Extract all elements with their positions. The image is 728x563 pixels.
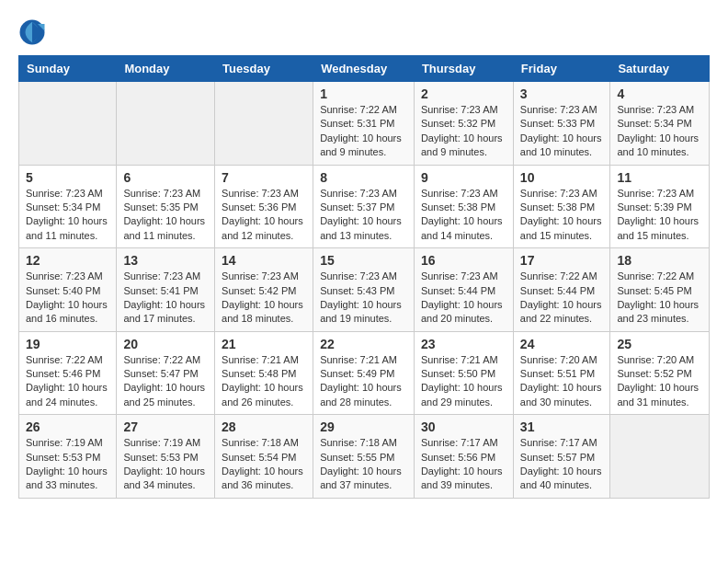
- day-info: Sunset: 5:55 PM: [320, 451, 407, 465]
- day-info: Daylight: 10 hours: [617, 381, 702, 395]
- day-info: and 12 minutes.: [222, 229, 306, 243]
- day-info: Sunrise: 7:21 AM: [421, 353, 506, 367]
- day-number: 11: [617, 170, 702, 185]
- day-info: and 28 minutes.: [320, 396, 407, 409]
- calendar-cell: 18Sunrise: 7:22 AMSunset: 5:45 PMDayligh…: [610, 248, 710, 332]
- calendar-cell: 8Sunrise: 7:23 AMSunset: 5:37 PMDaylight…: [313, 165, 415, 248]
- day-info: Sunrise: 7:17 AM: [421, 436, 506, 450]
- day-info: Sunset: 5:38 PM: [520, 201, 604, 214]
- day-number: 24: [520, 337, 604, 351]
- day-number: 29: [320, 419, 407, 434]
- day-info: and 10 minutes.: [617, 145, 702, 159]
- calendar-cell: 4Sunrise: 7:23 AMSunset: 5:34 PMDaylight…: [610, 82, 710, 166]
- day-info: Daylight: 10 hours: [320, 381, 407, 395]
- day-info: Daylight: 10 hours: [26, 465, 109, 478]
- day-info: Sunset: 5:44 PM: [520, 284, 604, 298]
- calendar-cell: 1Sunrise: 7:22 AMSunset: 5:31 PMDaylight…: [313, 82, 415, 166]
- calendar-cell: 3Sunrise: 7:23 AMSunset: 5:33 PMDaylight…: [513, 82, 610, 166]
- day-info: Sunset: 5:46 PM: [26, 367, 109, 381]
- day-info: Sunrise: 7:23 AM: [26, 187, 109, 201]
- day-number: 25: [617, 337, 702, 351]
- day-info: Sunset: 5:47 PM: [123, 367, 208, 381]
- calendar-week-5: 26Sunrise: 7:19 AMSunset: 5:53 PMDayligh…: [19, 415, 710, 499]
- day-number: 14: [222, 253, 306, 268]
- day-info: and 22 minutes.: [520, 312, 604, 326]
- day-number: 20: [123, 337, 208, 351]
- day-info: and 23 minutes.: [617, 312, 702, 326]
- day-info: Sunrise: 7:23 AM: [320, 270, 407, 283]
- day-number: 9: [421, 170, 506, 185]
- calendar-cell: [19, 82, 117, 166]
- day-info: Daylight: 10 hours: [320, 298, 407, 312]
- day-info: Sunset: 5:41 PM: [123, 284, 208, 298]
- day-info: Sunrise: 7:23 AM: [123, 187, 208, 201]
- calendar-body: 1Sunrise: 7:22 AMSunset: 5:31 PMDaylight…: [19, 82, 710, 499]
- day-number: 8: [320, 170, 407, 185]
- calendar-cell: 22Sunrise: 7:21 AMSunset: 5:49 PMDayligh…: [313, 331, 415, 415]
- day-info: Sunset: 5:39 PM: [617, 201, 702, 214]
- day-info: Sunset: 5:40 PM: [26, 284, 109, 298]
- calendar-week-3: 12Sunrise: 7:23 AMSunset: 5:40 PMDayligh…: [19, 248, 710, 332]
- day-info: Sunset: 5:53 PM: [123, 451, 208, 465]
- calendar-cell: 10Sunrise: 7:23 AMSunset: 5:38 PMDayligh…: [513, 165, 610, 248]
- day-info: and 31 minutes.: [617, 396, 702, 409]
- calendar-header-thursday: Thursday: [414, 56, 513, 82]
- day-info: Sunset: 5:52 PM: [617, 367, 702, 381]
- day-info: and 16 minutes.: [26, 312, 109, 326]
- calendar-cell: 11Sunrise: 7:23 AMSunset: 5:39 PMDayligh…: [610, 165, 710, 248]
- calendar-cell: 19Sunrise: 7:22 AMSunset: 5:46 PMDayligh…: [19, 331, 117, 415]
- day-info: Sunrise: 7:23 AM: [421, 187, 506, 201]
- day-info: and 40 minutes.: [520, 478, 604, 492]
- day-number: 21: [222, 337, 306, 351]
- calendar-cell: [610, 415, 710, 499]
- day-number: 27: [123, 419, 208, 434]
- day-info: Sunset: 5:45 PM: [617, 284, 702, 298]
- calendar-cell: 7Sunrise: 7:23 AMSunset: 5:36 PMDaylight…: [215, 165, 313, 248]
- day-info: Sunrise: 7:23 AM: [617, 103, 702, 117]
- day-info: and 39 minutes.: [421, 478, 506, 492]
- day-info: Sunrise: 7:18 AM: [222, 436, 306, 450]
- day-info: and 18 minutes.: [222, 312, 306, 326]
- day-number: 30: [421, 419, 506, 434]
- day-info: Sunrise: 7:22 AM: [520, 270, 604, 283]
- day-info: and 29 minutes.: [421, 396, 506, 409]
- calendar-cell: [215, 82, 313, 166]
- calendar-week-4: 19Sunrise: 7:22 AMSunset: 5:46 PMDayligh…: [19, 331, 710, 415]
- day-info: Daylight: 10 hours: [617, 132, 702, 145]
- day-number: 31: [520, 419, 604, 434]
- day-info: Sunset: 5:31 PM: [320, 117, 407, 131]
- day-info: Sunrise: 7:20 AM: [520, 353, 604, 367]
- calendar-cell: 20Sunrise: 7:22 AMSunset: 5:47 PMDayligh…: [117, 331, 215, 415]
- day-number: 17: [520, 253, 604, 268]
- calendar-cell: 12Sunrise: 7:23 AMSunset: 5:40 PMDayligh…: [19, 248, 117, 332]
- day-info: and 19 minutes.: [320, 312, 407, 326]
- day-info: and 9 minutes.: [320, 145, 407, 159]
- day-info: and 25 minutes.: [123, 396, 208, 409]
- calendar-cell: 2Sunrise: 7:23 AMSunset: 5:32 PMDaylight…: [414, 82, 513, 166]
- calendar-cell: 14Sunrise: 7:23 AMSunset: 5:42 PMDayligh…: [215, 248, 313, 332]
- day-number: 2: [421, 86, 506, 101]
- day-info: Daylight: 10 hours: [421, 381, 506, 395]
- day-number: 12: [26, 253, 109, 268]
- calendar-cell: 27Sunrise: 7:19 AMSunset: 5:53 PMDayligh…: [117, 415, 215, 499]
- day-number: 23: [421, 337, 506, 351]
- calendar-cell: 9Sunrise: 7:23 AMSunset: 5:38 PMDaylight…: [414, 165, 513, 248]
- calendar-cell: 5Sunrise: 7:23 AMSunset: 5:34 PMDaylight…: [19, 165, 117, 248]
- day-info: and 11 minutes.: [123, 229, 208, 243]
- day-info: Sunset: 5:57 PM: [520, 451, 604, 465]
- day-info: and 15 minutes.: [520, 229, 604, 243]
- day-info: Daylight: 10 hours: [421, 298, 506, 312]
- day-info: Daylight: 10 hours: [421, 132, 506, 145]
- day-info: Daylight: 10 hours: [421, 214, 506, 228]
- day-info: and 26 minutes.: [222, 396, 306, 409]
- day-info: Daylight: 10 hours: [520, 465, 604, 478]
- day-number: 13: [123, 253, 208, 268]
- calendar-cell: 13Sunrise: 7:23 AMSunset: 5:41 PMDayligh…: [117, 248, 215, 332]
- day-info: Sunrise: 7:23 AM: [123, 270, 208, 283]
- day-info: Sunrise: 7:23 AM: [320, 187, 407, 201]
- calendar-cell: 15Sunrise: 7:23 AMSunset: 5:43 PMDayligh…: [313, 248, 415, 332]
- day-info: Daylight: 10 hours: [222, 381, 306, 395]
- calendar-header-wednesday: Wednesday: [313, 56, 415, 82]
- calendar-cell: 31Sunrise: 7:17 AMSunset: 5:57 PMDayligh…: [513, 415, 610, 499]
- day-info: Sunset: 5:53 PM: [26, 451, 109, 465]
